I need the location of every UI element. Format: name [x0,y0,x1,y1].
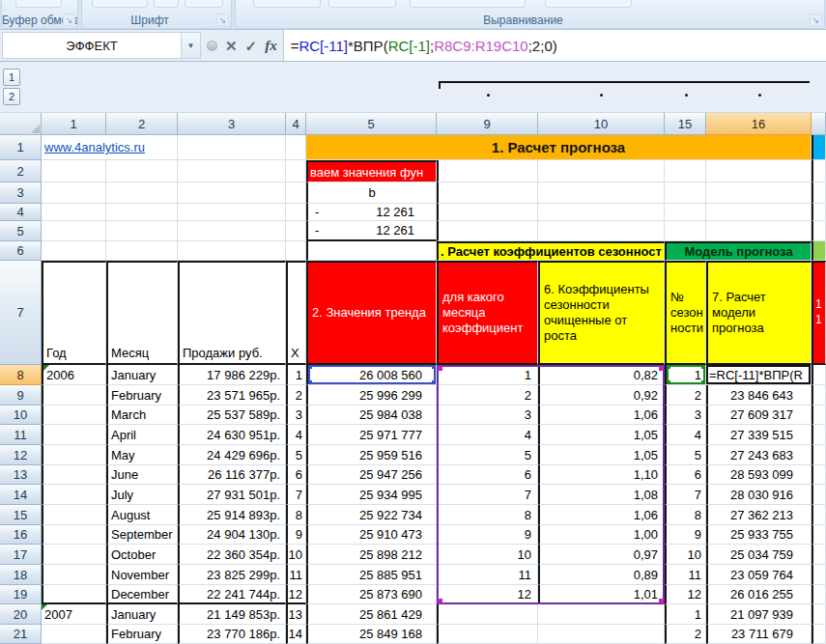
cell-coeff-month[interactable]: 11 [437,565,538,585]
cell-season[interactable]: 10 [665,545,706,565]
cell[interactable] [42,204,106,221]
cell[interactable] [812,585,826,604]
cell-x[interactable]: 9 [286,525,306,545]
cell-coeff[interactable]: 0,97 [538,545,665,565]
cell-year[interactable] [42,406,106,425]
cell[interactable] [42,241,106,261]
cell-sales[interactable]: 22 360 354р. [178,545,286,565]
cell-model[interactable]: 28 593 099 [706,465,812,485]
cell-coeff[interactable]: 1,06 [538,505,665,525]
cell-month[interactable]: April [106,425,178,445]
cell[interactable] [42,182,106,204]
cell[interactable] [812,565,826,585]
section-title-cell[interactable]: 1. Расчет прогноза [306,135,812,160]
cell-coeff[interactable]: 1,01 [538,585,665,604]
row-header[interactable]: 13 [0,465,42,485]
cell-x[interactable]: 2 [286,385,306,406]
cell[interactable] [812,485,826,505]
cell-sales[interactable]: 24 904 130р. [178,525,286,545]
cell[interactable] [665,204,706,221]
outline-column-dot[interactable] [487,94,490,97]
cell[interactable] [665,160,706,182]
cell[interactable] [665,182,706,204]
cell[interactable] [812,425,826,445]
cell-year[interactable] [42,425,106,445]
cell[interactable] [178,135,286,160]
partial-ribbon-button[interactable] [185,0,223,8]
cell-trend[interactable]: 25 934 995 [306,485,437,505]
cell[interactable] [178,221,286,241]
cell-model[interactable]: 27 339 515 [706,425,812,445]
cell-year[interactable] [42,505,106,525]
cell-coeff-month[interactable]: 5 [437,445,538,465]
cell[interactable] [178,182,286,204]
column-header[interactable]: 2 [106,113,178,135]
header-season-number[interactable]: № сезон ности [665,261,706,365]
cell-coeff[interactable]: 1,05 [538,425,665,445]
row-header[interactable]: 12 [0,445,42,465]
header-coeff-month[interactable]: для какого месяца коэффициент [437,261,538,365]
cell-year[interactable] [42,625,106,644]
cell[interactable] [812,445,826,465]
cell-coeff-month[interactable]: 3 [437,406,538,425]
cell[interactable] [812,182,826,204]
name-box-dropdown[interactable]: ▼ [182,32,201,59]
partial-ribbon-button[interactable] [410,0,526,8]
cell-trend[interactable]: 25 971 777 [306,425,437,445]
cell-coeff-month[interactable]: 2 [437,385,538,406]
cell-coeff[interactable]: 1,00 [538,525,665,545]
cell-season[interactable]: 3 [665,406,706,425]
row-header[interactable]: 20 [0,604,42,625]
cell-coeff-month[interactable] [437,604,538,625]
column-header[interactable]: 9 [437,113,538,135]
cell[interactable] [286,204,306,221]
row-header[interactable]: 10 [0,406,42,425]
cell[interactable] [106,182,178,204]
cell-season[interactable]: 11 [665,565,706,585]
cell[interactable] [812,525,826,545]
cell-season[interactable]: 4 [665,425,706,445]
cell[interactable] [437,221,538,241]
header-trend[interactable]: 2. Значения тренда [306,261,437,365]
cell-year[interactable] [42,465,106,485]
cell[interactable] [178,204,286,221]
cell-year[interactable] [42,485,106,505]
cell-month[interactable]: January [106,365,178,385]
row-header[interactable]: 3 [0,182,42,204]
header-clipped[interactable]: 11 [812,261,826,365]
cell[interactable] [812,604,826,625]
enter-button[interactable]: ✓ [245,39,258,53]
column-header-partial[interactable] [812,113,826,135]
cell-season[interactable]: 12 [665,585,706,604]
cell[interactable] [706,204,812,221]
cell-year[interactable]: 2007 [42,604,106,625]
cell[interactable] [306,241,437,261]
cell[interactable] [286,135,306,160]
cell[interactable] [706,160,812,182]
cell-coeff[interactable]: 1,10 [538,465,665,485]
header-sales[interactable]: Продажи руб. [178,261,286,365]
cell-sales[interactable]: 21 149 853р. [178,604,286,625]
cell-month[interactable]: July [106,485,178,505]
row-header[interactable]: 1 [0,135,42,160]
cell-month[interactable]: January [106,604,178,625]
cell-coeff-month[interactable]: 9 [437,525,538,545]
cell[interactable] [812,160,826,182]
column-header[interactable]: 4 [286,113,306,135]
cell-year[interactable] [42,525,106,545]
cell-coeff[interactable]: 0,89 [538,565,665,585]
cell-coeff[interactable] [538,625,665,644]
row-header[interactable]: 7 [0,261,42,365]
cell-coeff-month[interactable]: 8 [437,505,538,525]
cell-coeff[interactable]: 1,05 [538,445,665,465]
column-header[interactable]: 1 [42,113,106,135]
insert-function-button[interactable]: fx [265,38,277,54]
cell-sales[interactable]: 22 241 744р. [178,585,286,604]
cell-month[interactable]: November [106,565,178,585]
row-header[interactable]: 9 [0,385,42,406]
cell-coeff[interactable]: 1,06 [538,406,665,425]
cell-season[interactable]: 2 [665,625,706,644]
cell-x[interactable]: 7 [286,485,306,505]
partial-ribbon-button[interactable] [328,0,396,8]
cell[interactable] [437,182,538,204]
